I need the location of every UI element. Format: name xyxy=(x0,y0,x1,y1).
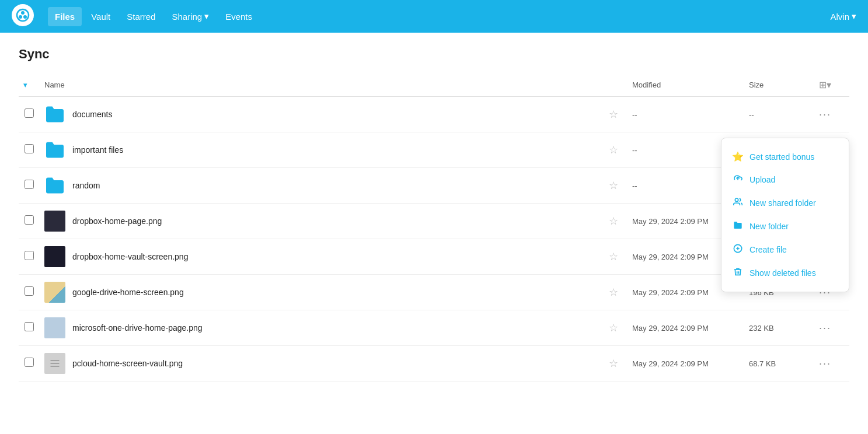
row-star-cell: ☆ xyxy=(604,310,628,346)
folder-icon xyxy=(44,139,65,160)
folder-icon xyxy=(44,104,65,125)
row-star-cell: ☆ xyxy=(604,132,628,168)
row-checkbox[interactable] xyxy=(25,286,34,296)
table-row: pcloud-home-screen-vault.png☆May 29, 202… xyxy=(19,346,849,382)
row-star-cell: ☆ xyxy=(604,346,628,382)
row-checkbox-cell xyxy=(19,346,40,382)
file-size: 68.7 KB xyxy=(749,359,776,368)
row-checkbox[interactable] xyxy=(25,322,34,331)
grid-icon: ⊞▾ xyxy=(819,80,831,90)
menu-label-create-file: Create file xyxy=(750,245,787,254)
menu-item-show-deleted-files[interactable]: Show deleted files xyxy=(721,261,849,285)
file-name-label: documents xyxy=(72,110,112,119)
nav-item-sharing[interactable]: Sharing ▾ xyxy=(165,6,216,26)
row-star-cell: ☆ xyxy=(604,97,628,132)
modified-date: -- xyxy=(632,146,637,155)
star-button[interactable]: ☆ xyxy=(609,321,618,334)
select-all-header: ▾ xyxy=(19,74,40,97)
row-name-cell: dropbox-home-page.png xyxy=(40,204,604,239)
col-size-header[interactable]: Size xyxy=(744,74,814,97)
file-thumbnail xyxy=(44,317,65,338)
file-thumbnail xyxy=(44,246,65,267)
file-name-label: dropbox-home-vault-screen.png xyxy=(72,252,188,261)
svg-point-0 xyxy=(12,4,34,26)
row-star-cell: ☆ xyxy=(604,239,628,275)
modified-date: -- xyxy=(632,181,637,190)
star-button[interactable]: ☆ xyxy=(609,286,618,299)
row-name-cell: important files xyxy=(40,132,604,168)
row-checkbox[interactable] xyxy=(25,251,34,260)
star-button[interactable]: ☆ xyxy=(609,179,618,192)
row-checkbox-cell xyxy=(19,310,40,346)
col-modified-header[interactable]: Modified xyxy=(628,74,744,97)
file-name-label: important files xyxy=(72,145,123,155)
menu-item-new-folder[interactable]: New folder xyxy=(721,215,849,238)
row-checkbox-cell xyxy=(19,275,40,310)
nav-item-vault[interactable]: Vault xyxy=(84,7,117,26)
row-name-cell: pcloud-home-screen-vault.png xyxy=(40,346,604,382)
star-icon: ⭐ xyxy=(732,151,744,162)
row-checkbox-cell xyxy=(19,132,40,168)
row-checkbox-cell xyxy=(19,204,40,239)
modified-date: May 29, 2024 2:09 PM xyxy=(632,288,709,297)
menu-label-upload: Upload xyxy=(750,175,775,184)
more-options-button[interactable]: ··· xyxy=(819,358,831,370)
row-checkbox[interactable] xyxy=(25,108,34,118)
row-name-cell: documents xyxy=(40,97,604,132)
modified-date: May 29, 2024 2:09 PM xyxy=(632,359,709,368)
header-left: Files Vault Starred Sharing ▾ Events xyxy=(12,4,259,29)
svg-point-3 xyxy=(19,15,22,19)
row-name-cell: dropbox-home-vault-screen.png xyxy=(40,239,604,275)
folder-icon xyxy=(44,175,65,196)
main-content: Sync ▾ Name Modified Size ⊞▾ xyxy=(0,33,868,434)
upload-icon xyxy=(732,174,744,186)
chevron-down-icon: ▾ xyxy=(852,11,856,22)
star-button[interactable]: ☆ xyxy=(609,144,618,156)
menu-item-create-file[interactable]: Create file xyxy=(721,238,849,261)
table-row: documents☆----··· xyxy=(19,97,849,132)
file-name-label: google-drive-home-screen.png xyxy=(72,288,184,297)
user-name: Alvin xyxy=(830,12,849,22)
row-name-cell: google-drive-home-screen.png xyxy=(40,275,604,310)
file-name-label: pcloud-home-screen-vault.png xyxy=(72,359,183,368)
menu-label-new-folder: New folder xyxy=(750,222,789,231)
page-title: Sync xyxy=(19,47,849,62)
nav-item-events[interactable]: Events xyxy=(218,7,259,26)
row-checkbox-cell xyxy=(19,239,40,275)
row-checkbox-cell xyxy=(19,168,40,204)
user-menu[interactable]: Alvin ▾ xyxy=(830,11,856,22)
more-options-button[interactable]: ··· xyxy=(819,108,831,121)
svg-point-4 xyxy=(23,15,27,19)
modified-date: -- xyxy=(632,110,637,119)
row-checkbox[interactable] xyxy=(25,215,34,225)
menu-item-get-started-bonus[interactable]: ⭐ Get started bonus xyxy=(721,145,849,168)
nav-item-starred[interactable]: Starred xyxy=(120,7,162,26)
row-checkbox[interactable] xyxy=(25,144,34,153)
nav-item-files[interactable]: Files xyxy=(48,7,82,26)
create-file-icon xyxy=(732,244,744,256)
star-button[interactable]: ☆ xyxy=(609,108,618,121)
context-menu: ⭐ Get started bonus Upload New shared fo… xyxy=(721,138,849,292)
file-name-label: dropbox-home-page.png xyxy=(72,216,162,226)
row-name-cell: microsoft-one-drive-home-page.png xyxy=(40,310,604,346)
top-navigation: Files Vault Starred Sharing ▾ Events Alv… xyxy=(0,0,868,33)
menu-item-new-shared-folder[interactable]: New shared folder xyxy=(721,191,849,215)
col-view-header[interactable]: ⊞▾ xyxy=(814,74,849,97)
more-options-button[interactable]: ··· xyxy=(819,322,831,334)
menu-label-get-started-bonus: Get started bonus xyxy=(750,152,814,162)
col-name-header[interactable]: Name xyxy=(40,74,604,97)
row-checkbox[interactable] xyxy=(25,180,34,189)
menu-item-upload[interactable]: Upload xyxy=(721,168,849,191)
file-name-label: random xyxy=(72,181,100,190)
star-button[interactable]: ☆ xyxy=(609,215,618,228)
file-thumbnail xyxy=(44,211,65,232)
table-row: microsoft-one-drive-home-page.png☆May 29… xyxy=(19,310,849,346)
folder-icon xyxy=(732,220,744,232)
star-button[interactable]: ☆ xyxy=(609,250,618,263)
star-button[interactable]: ☆ xyxy=(609,357,618,370)
logo[interactable] xyxy=(12,4,34,29)
file-size: -- xyxy=(749,110,754,119)
row-checkbox[interactable] xyxy=(25,358,34,367)
row-star-cell: ☆ xyxy=(604,275,628,310)
trash-icon xyxy=(732,267,744,279)
